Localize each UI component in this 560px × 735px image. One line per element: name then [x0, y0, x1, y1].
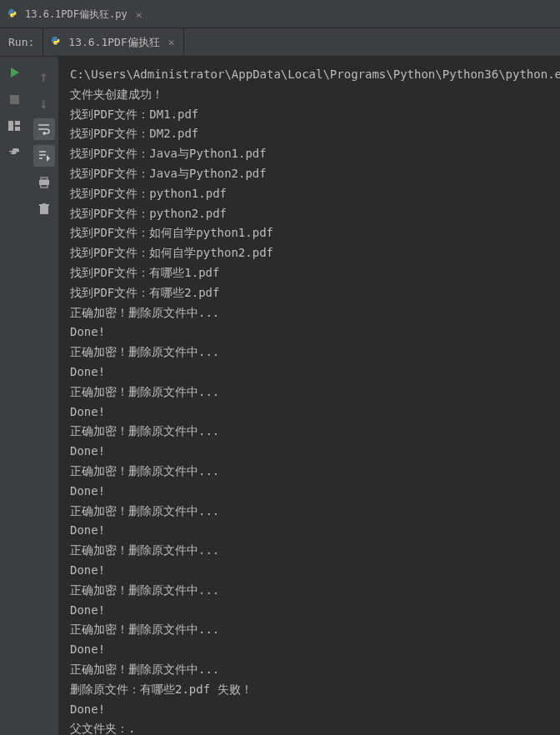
console-line: 正确加密！删除原文件中...	[70, 581, 548, 601]
console-line: Done!	[70, 322, 548, 342]
svg-rect-3	[41, 178, 48, 180]
console-toolbar: ↑ ↓	[29, 57, 58, 735]
console-line: 找到PDF文件：Java与Python1.pdf	[70, 144, 548, 164]
scroll-to-end-button[interactable]	[33, 145, 55, 167]
soft-wrap-button[interactable]	[33, 118, 55, 140]
console-line: 找到PDF文件：python2.pdf	[70, 204, 548, 224]
console-line: Done!	[70, 362, 548, 382]
console-line: 正确加密！删除原文件中...	[70, 422, 548, 442]
console-line: 正确加密！删除原文件中...	[70, 382, 548, 402]
console-line: Done!	[70, 561, 548, 581]
console-line: 正确加密！删除原文件中...	[70, 462, 548, 482]
scroll-end-icon	[38, 150, 51, 162]
console-line: C:\Users\Administrator\AppData\Local\Pro…	[70, 65, 548, 85]
console-line: 找到PDF文件：DM2.pdf	[70, 124, 548, 144]
console-line: 父文件夹：.	[70, 719, 548, 735]
console-line: Done!	[70, 482, 548, 502]
console-line: 找到PDF文件：如何自学python1.pdf	[70, 223, 548, 243]
console-line: 正确加密！删除原文件中...	[70, 303, 548, 323]
wrap-icon	[38, 123, 51, 135]
run-tab[interactable]: 13.6.1PDF偏执狂 ×	[42, 28, 183, 57]
console-line: 找到PDF文件：有哪些2.pdf	[70, 283, 548, 303]
close-icon[interactable]: ×	[136, 8, 142, 21]
console-line: 删除原文件：有哪些2.pdf 失败！	[70, 680, 548, 700]
pin-icon	[9, 147, 21, 158]
layout-icon	[8, 121, 22, 131]
svg-rect-0	[8, 121, 13, 131]
console-line: Done!	[70, 402, 548, 422]
console-line: 找到PDF文件：有哪些1.pdf	[70, 263, 548, 283]
console-line: 文件夹创建成功！	[70, 85, 548, 105]
console-line: 找到PDF文件：DM1.pdf	[70, 105, 548, 125]
print-button[interactable]	[33, 172, 55, 193]
run-label: Run:	[0, 36, 42, 48]
close-icon[interactable]: ×	[168, 36, 175, 48]
console-line: 找到PDF文件：python1.pdf	[70, 184, 548, 204]
main-container: ↑ ↓	[0, 57, 560, 735]
editor-tab-label: 13.6.1PDF偏执狂.py	[25, 8, 128, 22]
print-icon	[38, 177, 50, 188]
python-icon	[8, 9, 20, 21]
pin-button[interactable]	[8, 145, 22, 160]
scroll-up-button[interactable]: ↑	[33, 65, 55, 87]
stop-button[interactable]	[8, 92, 22, 107]
trash-button[interactable]	[33, 198, 55, 220]
svg-rect-1	[15, 121, 20, 125]
console-line: Done!	[70, 640, 548, 660]
play-icon	[11, 68, 19, 78]
run-button[interactable]	[8, 65, 22, 80]
console-line: 找到PDF文件：Java与Python2.pdf	[70, 164, 548, 184]
arrow-down-icon: ↓	[39, 94, 48, 112]
console-line: 正确加密！删除原文件中...	[70, 342, 548, 362]
run-toolbar: Run: 13.6.1PDF偏执狂 ×	[0, 28, 560, 57]
editor-tab[interactable]: 13.6.1PDF偏执狂.py ×	[0, 2, 151, 28]
svg-rect-7	[39, 204, 49, 206]
console-line: 找到PDF文件：如何自学python2.pdf	[70, 243, 548, 263]
svg-rect-6	[40, 206, 48, 214]
console-line: 正确加密！删除原文件中...	[70, 502, 548, 522]
console-output[interactable]: C:\Users\Administrator\AppData\Local\Pro…	[58, 57, 560, 735]
svg-rect-8	[42, 203, 46, 204]
console-line: Done!	[70, 601, 548, 621]
svg-rect-2	[15, 127, 20, 131]
scroll-down-button[interactable]: ↓	[33, 92, 55, 113]
console-line: 正确加密！删除原文件中...	[70, 660, 548, 680]
left-toolbar	[0, 57, 29, 735]
console-line: Done!	[70, 442, 548, 462]
console-line: Done!	[70, 700, 548, 720]
arrow-up-icon: ↑	[39, 68, 48, 85]
console-line: 正确加密！删除原文件中...	[70, 541, 548, 561]
trash-icon	[39, 203, 49, 215]
console-line: Done!	[70, 521, 548, 541]
layout-button[interactable]	[8, 118, 22, 133]
editor-tabs-bar: 13.6.1PDF偏执狂.py ×	[0, 0, 560, 28]
run-tab-label: 13.6.1PDF偏执狂	[68, 35, 159, 50]
console-line: 正确加密！删除原文件中...	[70, 620, 548, 640]
stop-icon	[10, 95, 19, 104]
python-icon	[52, 37, 63, 48]
